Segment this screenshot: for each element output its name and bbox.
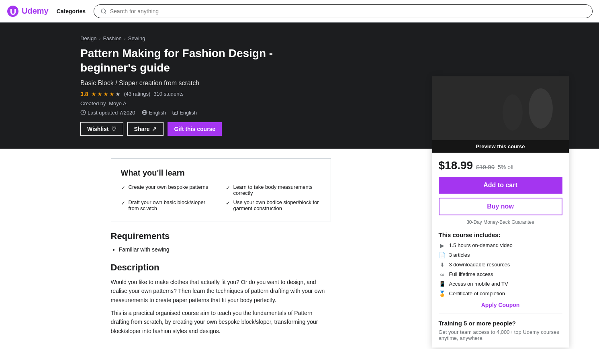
- learn-section: What you'll learn ✓ Create your own besp…: [111, 158, 331, 221]
- learn-text-1: Draft your own basic block/sloper from s…: [129, 199, 216, 211]
- rating-count: (43 ratings): [124, 91, 150, 97]
- hero-right: [313, 35, 450, 136]
- main-layout: ▶ Preview this course $18.99 $19.99 5% o…: [31, 149, 569, 349]
- training-title: Training 5 or more people?: [439, 320, 562, 327]
- description-section: Description Would you like to make cloth…: [111, 262, 331, 335]
- learn-item-2: ✓ Learn to take body measurements correc…: [226, 184, 321, 196]
- price-discount: 5% off: [498, 164, 513, 170]
- created-by-label: Created by: [80, 100, 106, 106]
- learn-title: What you'll learn: [121, 168, 321, 178]
- svg-point-9: [529, 88, 553, 129]
- include-resources-text: 3 downloadable resources: [449, 262, 510, 268]
- language: English: [142, 110, 166, 116]
- requirements-title: Requirements: [111, 231, 331, 241]
- rating-number: 3.8: [80, 91, 88, 97]
- include-mobile-text: Access on mobile and TV: [449, 281, 508, 287]
- mobile-icon: 📱: [439, 281, 446, 287]
- download-icon: ⬇: [439, 262, 446, 268]
- star-2: ★: [97, 91, 102, 97]
- include-video: ▶ 1.5 hours on-demand video: [439, 242, 562, 249]
- breadcrumb-fashion[interactable]: Fashion: [103, 35, 121, 41]
- breadcrumb-design[interactable]: Design: [80, 35, 96, 41]
- stars: ★ ★ ★ ★ ★: [91, 91, 121, 97]
- include-lifetime-text: Full lifetime access: [449, 271, 493, 277]
- globe-icon: [142, 110, 147, 115]
- learn-grid: ✓ Create your own bespoke patterns ✓ Lea…: [121, 184, 321, 211]
- article-icon: 📄: [439, 252, 446, 258]
- learn-text-2: Learn to take body measurements correctl…: [233, 184, 321, 196]
- include-articles: 📄 3 articles: [439, 252, 562, 258]
- check-icon-0: ✓: [121, 185, 125, 191]
- heart-icon: ♡: [111, 126, 117, 132]
- learn-text-0: Create your own bespoke patterns: [129, 184, 209, 190]
- preview-label: Preview this course: [432, 140, 569, 153]
- certificate-icon: 🏅: [439, 290, 446, 297]
- price-current: $18.99: [439, 159, 473, 172]
- gift-button[interactable]: Gift this course: [168, 122, 222, 136]
- logo[interactable]: Udemy: [6, 5, 49, 18]
- course-preview[interactable]: ▶ Preview this course: [432, 76, 569, 153]
- price-original: $19.99: [476, 164, 495, 170]
- caption: English: [172, 110, 197, 116]
- includes-title: This course includes:: [439, 231, 562, 238]
- learn-item-3: ✓ Use your own bodice sloper/block for g…: [226, 199, 321, 211]
- learn-item-1: ✓ Draft your own basic block/sloper from…: [121, 199, 216, 211]
- video-icon: ▶: [439, 242, 446, 249]
- apply-coupon-button[interactable]: Apply Coupon: [439, 302, 562, 308]
- sidebar-body: $18.99 $19.99 5% off Add to cart Buy now…: [432, 153, 569, 348]
- add-to-cart-button[interactable]: Add to cart: [439, 177, 562, 194]
- include-mobile: 📱 Access on mobile and TV: [439, 281, 562, 287]
- categories-nav[interactable]: Categories: [53, 8, 89, 14]
- include-video-text: 1.5 hours on-demand video: [449, 242, 513, 248]
- instructor-link[interactable]: Moyo A: [109, 100, 126, 106]
- star-3: ★: [103, 91, 108, 97]
- requirements-section: Requirements Familiar with sewing: [111, 231, 331, 253]
- language-label: English: [149, 110, 166, 116]
- price-row: $18.99 $19.99 5% off: [439, 159, 562, 172]
- course-title: Pattern Making for Fashion Design - begi…: [80, 46, 301, 76]
- search-input[interactable]: [110, 8, 586, 14]
- creator-row: Created by Moyo A: [80, 100, 301, 106]
- guarantee-text: 30-Day Money-Back Guarantee: [439, 219, 562, 225]
- buy-now-button[interactable]: Buy now: [439, 198, 562, 215]
- learn-item-0: ✓ Create your own bespoke patterns: [121, 184, 216, 196]
- course-subtitle: Basic Block / Sloper creation from scrat…: [80, 80, 301, 87]
- training-text: Get your team access to 4,000+ top Udemy…: [439, 329, 562, 341]
- hero-content: Design › Fashion › Sewing Pattern Making…: [0, 35, 313, 136]
- last-updated: Last updated 7/2020: [80, 110, 135, 116]
- check-icon-2: ✓: [226, 185, 230, 191]
- star-1: ★: [91, 91, 96, 97]
- svg-point-10: [503, 94, 523, 131]
- include-certificate-text: Certificate of completion: [449, 290, 505, 297]
- students-count: 310 students: [153, 91, 183, 97]
- rating-row: 3.8 ★ ★ ★ ★ ★ (43 ratings) 310 students: [80, 91, 301, 97]
- requirement-0: Familiar with sewing: [119, 246, 331, 253]
- include-certificate: 🏅 Certificate of completion: [439, 290, 562, 297]
- check-icon-1: ✓: [121, 200, 125, 206]
- learn-text-3: Use your own bodice sloper/block for gar…: [233, 199, 321, 211]
- share-button[interactable]: Share ↗: [127, 122, 164, 136]
- action-buttons: Wishlist ♡ Share ↗ Gift this course: [80, 122, 301, 136]
- main-content: What you'll learn ✓ Create your own besp…: [31, 149, 344, 349]
- wishlist-button[interactable]: Wishlist ♡: [80, 122, 123, 136]
- breadcrumb: Design › Fashion › Sewing: [80, 35, 301, 41]
- description-title: Description: [111, 262, 331, 273]
- last-updated-label: Last updated 7/2020: [88, 110, 135, 116]
- sidebar-card: ▶ Preview this course $18.99 $19.99 5% o…: [432, 76, 569, 348]
- caption-label: English: [180, 110, 197, 116]
- requirements-list: Familiar with sewing: [111, 246, 331, 253]
- logo-text: Udemy: [22, 6, 49, 16]
- description-para-0: Would you like to make clothes that actu…: [111, 278, 331, 305]
- svg-point-0: [101, 9, 105, 13]
- star-4: ★: [109, 91, 114, 97]
- share-icon: ↗: [152, 126, 157, 132]
- search-bar: [94, 4, 593, 18]
- includes-list: ▶ 1.5 hours on-demand video 📄 3 articles…: [439, 242, 562, 297]
- training-section: Training 5 or more people? Get your team…: [439, 313, 562, 341]
- site-header: Udemy Categories: [0, 0, 599, 22]
- meta-row: Last updated 7/2020 English English: [80, 110, 301, 116]
- include-articles-text: 3 articles: [449, 252, 470, 258]
- star-5: ★: [115, 91, 121, 97]
- include-lifetime: ∞ Full lifetime access: [439, 271, 562, 278]
- breadcrumb-sewing[interactable]: Sewing: [128, 35, 145, 41]
